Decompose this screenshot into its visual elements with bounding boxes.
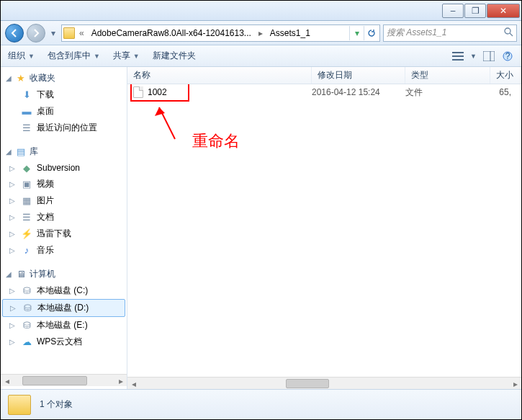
expand-icon: ▷ bbox=[9, 197, 17, 205]
subversion-label: Subversion bbox=[37, 163, 80, 173]
pictures-label: 图片 bbox=[37, 195, 54, 207]
search-input[interactable]: 搜索 Assets1_1 bbox=[383, 24, 517, 42]
recent-icon: ☰ bbox=[21, 122, 32, 134]
scroll-thumb[interactable] bbox=[22, 376, 87, 385]
computer-label: 计算机 bbox=[30, 268, 55, 280]
folder-icon bbox=[8, 395, 31, 415]
minimize-button[interactable]: – bbox=[442, 4, 464, 18]
sidebar-item-subversion[interactable]: ▷◆Subversion bbox=[1, 160, 127, 176]
breadcrumb-current[interactable]: Assets1_1 bbox=[267, 27, 313, 40]
column-type[interactable]: 类型 bbox=[405, 67, 490, 84]
back-button[interactable] bbox=[5, 24, 24, 43]
sidebar-item-wps-cloud[interactable]: ▷☁WPS云文档 bbox=[1, 334, 127, 350]
column-date[interactable]: 修改日期 bbox=[312, 67, 405, 84]
nav-history-dropdown[interactable]: ▾ bbox=[48, 27, 58, 40]
desktop-label: 桌面 bbox=[37, 105, 54, 117]
videos-label: 视频 bbox=[37, 178, 54, 190]
music-icon: ♪ bbox=[21, 245, 32, 256]
svg-text:?: ? bbox=[505, 51, 510, 61]
drive-icon: ⛁ bbox=[21, 285, 32, 297]
refresh-button[interactable] bbox=[364, 26, 378, 40]
maximize-button[interactable]: ❐ bbox=[464, 4, 486, 18]
column-name[interactable]: 名称 bbox=[127, 67, 312, 84]
sidebar-item-downloads[interactable]: ⬇下载 bbox=[1, 86, 127, 103]
column-headers: 名称 修改日期 类型 大小 bbox=[127, 67, 521, 84]
include-label: 包含到库中 bbox=[48, 50, 91, 62]
sidebar-item-documents[interactable]: ▷☰文档 bbox=[1, 209, 127, 225]
disk-e-label: 本地磁盘 (E:) bbox=[37, 319, 88, 331]
expand-icon: ▷ bbox=[10, 304, 17, 312]
svg-rect-4 bbox=[452, 59, 464, 61]
organize-menu[interactable]: 组织▼ bbox=[8, 50, 35, 62]
organize-label: 组织 bbox=[8, 50, 25, 62]
document-icon: ☰ bbox=[21, 212, 32, 223]
column-date-label: 修改日期 bbox=[318, 69, 352, 81]
svg-rect-5 bbox=[483, 51, 495, 61]
scroll-right-icon: ▸ bbox=[509, 377, 521, 390]
window-titlebar: – ❐ ✕ bbox=[1, 1, 521, 21]
chevron-down-icon[interactable]: ▼ bbox=[470, 53, 477, 60]
annotation-label: 重命名 bbox=[192, 130, 240, 152]
drive-icon: ⛁ bbox=[22, 303, 33, 314]
help-icon: ? bbox=[503, 51, 513, 61]
minimize-icon: – bbox=[451, 6, 456, 16]
sidebar-item-disk-d[interactable]: ▷⛁本地磁盘 (D:) bbox=[2, 299, 125, 317]
folder-icon bbox=[63, 27, 75, 39]
expand-icon: ▷ bbox=[9, 246, 17, 254]
sidebar-item-pictures[interactable]: ▷▦图片 bbox=[1, 192, 127, 209]
column-size[interactable]: 大小 bbox=[490, 67, 521, 84]
expand-icon: ▷ bbox=[9, 180, 17, 188]
sidebar-item-music[interactable]: ▷♪音乐 bbox=[1, 242, 127, 259]
close-button[interactable]: ✕ bbox=[487, 4, 520, 18]
collapse-icon: ◢ bbox=[5, 270, 12, 278]
command-toolbar: 组织▼ 包含到库中▼ 共享▼ 新建文件夹 ▼ ? bbox=[1, 45, 521, 67]
expand-icon: ▷ bbox=[9, 164, 17, 172]
computer-icon: 🖥 bbox=[15, 269, 27, 280]
include-in-library-menu[interactable]: 包含到库中▼ bbox=[48, 50, 100, 62]
file-list[interactable]: 1002 2016-04-12 15:24 文件 65, 重命名 bbox=[127, 84, 521, 377]
column-name-label: 名称 bbox=[133, 69, 150, 81]
share-menu[interactable]: 共享▼ bbox=[113, 50, 140, 62]
svg-rect-2 bbox=[452, 52, 464, 53]
sidebar-item-recent[interactable]: ☰最近访问的位置 bbox=[1, 120, 127, 136]
help-button[interactable]: ? bbox=[501, 50, 514, 63]
collapse-icon: ◢ bbox=[5, 148, 12, 156]
tree-group-computer[interactable]: ◢🖥计算机 bbox=[1, 266, 127, 282]
file-size-cell: 65, bbox=[490, 87, 516, 97]
scroll-thumb[interactable] bbox=[286, 379, 329, 388]
preview-pane-button[interactable] bbox=[482, 50, 495, 63]
address-bar[interactable]: « AdobeCameraRaw8.0All-x64-12041613... ▸… bbox=[61, 24, 380, 42]
sidebar-item-desktop[interactable]: ▬桌面 bbox=[1, 103, 127, 120]
content-scrollbar[interactable]: ◂ ▸ bbox=[127, 377, 521, 389]
wps-label: WPS云文档 bbox=[37, 336, 82, 348]
downloads-label: 下载 bbox=[37, 89, 54, 101]
tree-group-favorites[interactable]: ◢★收藏夹 bbox=[1, 70, 127, 86]
forward-button[interactable] bbox=[27, 24, 45, 43]
share-label: 共享 bbox=[113, 50, 130, 62]
sidebar-item-disk-e[interactable]: ▷⛁本地磁盘 (E:) bbox=[1, 317, 127, 334]
sidebar-item-videos[interactable]: ▷▣视频 bbox=[1, 176, 127, 192]
view-options-button[interactable] bbox=[451, 50, 464, 63]
sidebar-item-disk-c[interactable]: ▷⛁本地磁盘 (C:) bbox=[1, 282, 127, 299]
star-icon: ★ bbox=[15, 73, 27, 84]
new-folder-button[interactable]: 新建文件夹 bbox=[153, 50, 196, 62]
download-icon: ⬇ bbox=[21, 89, 32, 101]
svn-icon: ◆ bbox=[21, 162, 32, 174]
disk-c-label: 本地磁盘 (C:) bbox=[37, 285, 88, 297]
sidebar-item-thunder[interactable]: ▷⚡迅雷下载 bbox=[1, 225, 127, 242]
chevron-down-icon: ▼ bbox=[94, 53, 100, 60]
address-dropdown-button[interactable]: ▾ bbox=[349, 26, 364, 40]
search-placeholder: 搜索 Assets1_1 bbox=[387, 27, 446, 39]
file-type-cell: 文件 bbox=[405, 86, 490, 99]
video-icon: ▣ bbox=[21, 179, 32, 190]
sidebar-scrollbar[interactable]: ◂ ▸ bbox=[1, 374, 127, 386]
arrow-left-icon bbox=[10, 29, 19, 37]
svg-line-9 bbox=[159, 107, 175, 139]
breadcrumb-parent[interactable]: AdobeCameraRaw8.0All-x64-12041613... bbox=[89, 27, 254, 40]
disk-d-label: 本地磁盘 (D:) bbox=[37, 302, 89, 314]
library-icon: ▤ bbox=[15, 146, 27, 158]
tree-group-libraries[interactable]: ◢▤库 bbox=[1, 143, 127, 160]
file-row[interactable]: 1002 2016-04-12 15:24 文件 65, bbox=[127, 84, 521, 100]
file-name-cell: 1002 bbox=[133, 86, 312, 98]
scroll-right-icon: ▸ bbox=[114, 375, 127, 387]
